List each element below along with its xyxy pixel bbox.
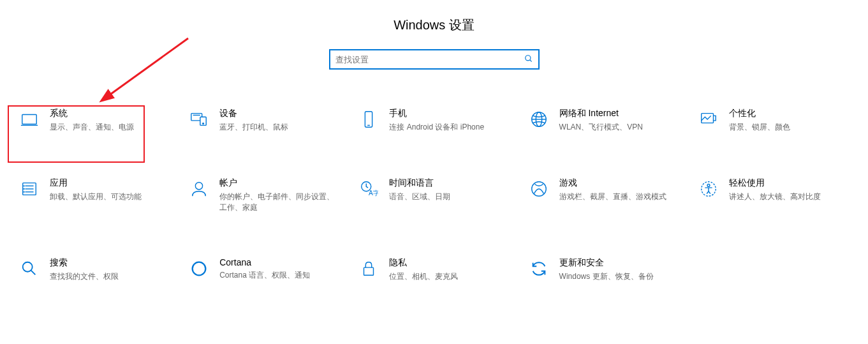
tile-desc: 位置、相机、麦克风 bbox=[389, 271, 458, 282]
tile-desc: 游戏栏、截屏、直播、游戏模式 bbox=[559, 191, 666, 202]
svg-point-27 bbox=[23, 262, 33, 272]
tile-phone[interactable]: 手机 连接 Android 设备和 iPhone bbox=[352, 101, 515, 139]
tile-title: 轻松使用 bbox=[729, 177, 821, 189]
tile-desc: 连接 Android 设备和 iPhone bbox=[389, 122, 484, 133]
tile-title: 应用 bbox=[50, 177, 142, 189]
svg-point-6 bbox=[203, 123, 204, 124]
svg-point-19 bbox=[24, 188, 24, 189]
svg-rect-8 bbox=[365, 112, 372, 127]
svg-line-1 bbox=[529, 59, 531, 61]
accessibility-icon bbox=[697, 177, 720, 200]
svg-line-28 bbox=[31, 271, 36, 275]
apps-icon bbox=[18, 177, 41, 200]
tile-title: 系统 bbox=[50, 108, 134, 119]
tile-desc: 背景、锁屏、颜色 bbox=[729, 122, 790, 133]
tile-title: 时间和语言 bbox=[389, 177, 450, 189]
search-box[interactable] bbox=[329, 49, 540, 70]
tile-title: 手机 bbox=[389, 108, 484, 119]
phone-icon bbox=[357, 108, 380, 131]
devices-icon bbox=[188, 108, 210, 131]
settings-grid: 系统 显示、声音、通知、电源 设备 蓝牙、打印机、鼠标 手机 连接 Androi… bbox=[0, 101, 868, 288]
tile-devices[interactable]: 设备 蓝牙、打印机、鼠标 bbox=[182, 101, 346, 139]
tile-desc: 语音、区域、日期 bbox=[389, 191, 450, 202]
tile-accounts[interactable]: 帐户 你的帐户、电子邮件、同步设置、工作、家庭 bbox=[182, 171, 346, 220]
tile-search[interactable]: 搜索 查找我的文件、权限 bbox=[13, 251, 176, 288]
system-icon bbox=[18, 108, 41, 131]
tile-title: 游戏 bbox=[559, 177, 666, 189]
tile-desc: WLAN、飞行模式、VPN bbox=[559, 122, 643, 133]
svg-point-18 bbox=[24, 186, 24, 186]
svg-point-20 bbox=[24, 191, 24, 192]
svg-text:A字: A字 bbox=[369, 190, 378, 197]
search-container bbox=[0, 49, 868, 70]
svg-point-21 bbox=[196, 182, 203, 189]
tile-privacy[interactable]: 隐私 位置、相机、麦克风 bbox=[352, 251, 515, 288]
tile-desc: Windows 更新、恢复、备份 bbox=[559, 271, 654, 282]
lock-icon bbox=[357, 257, 380, 280]
tile-title: 隐私 bbox=[389, 257, 458, 269]
tile-time-language[interactable]: A字 时间和语言 语音、区域、日期 bbox=[352, 171, 515, 220]
cortana-icon bbox=[188, 257, 210, 280]
search-icon bbox=[524, 54, 533, 65]
tile-ease-of-access[interactable]: 轻松使用 讲述人、放大镜、高对比度 bbox=[692, 171, 855, 220]
person-icon bbox=[188, 177, 210, 200]
svg-point-29 bbox=[193, 262, 206, 276]
tile-desc: 讲述人、放大镜、高对比度 bbox=[729, 191, 821, 202]
tile-title: 个性化 bbox=[729, 108, 790, 119]
tile-gaming[interactable]: 游戏 游戏栏、截屏、直播、游戏模式 bbox=[522, 171, 686, 220]
svg-rect-2 bbox=[22, 115, 37, 124]
paint-icon bbox=[697, 108, 720, 131]
magnify-icon bbox=[18, 257, 41, 280]
tile-title: 网络和 Internet bbox=[559, 108, 643, 119]
tile-desc: 你的帐户、电子邮件、同步设置、工作、家庭 bbox=[219, 191, 341, 213]
search-input[interactable] bbox=[335, 55, 524, 64]
tile-desc: 查找我的文件、权限 bbox=[50, 271, 119, 282]
svg-point-0 bbox=[525, 55, 530, 60]
sync-icon bbox=[527, 257, 550, 280]
svg-rect-30 bbox=[364, 268, 374, 276]
tile-cortana[interactable]: Cortana Cortana 语言、权限、通知 bbox=[182, 251, 346, 288]
tile-title: 更新和安全 bbox=[559, 257, 654, 269]
tile-title: 设备 bbox=[219, 108, 288, 119]
tile-desc: 卸载、默认应用、可选功能 bbox=[50, 191, 142, 202]
time-language-icon: A字 bbox=[357, 177, 380, 200]
tile-apps[interactable]: 应用 卸载、默认应用、可选功能 bbox=[13, 171, 176, 220]
tile-desc: Cortana 语言、权限、通知 bbox=[219, 270, 310, 281]
tile-desc: 显示、声音、通知、电源 bbox=[50, 122, 134, 133]
tile-desc: 蓝牙、打印机、鼠标 bbox=[219, 122, 288, 133]
globe-icon bbox=[527, 108, 550, 131]
tile-personalization[interactable]: 个性化 背景、锁屏、颜色 bbox=[692, 101, 855, 139]
tile-title: 帐户 bbox=[219, 177, 341, 189]
tile-system[interactable]: 系统 显示、声音、通知、电源 bbox=[13, 101, 176, 139]
tile-network[interactable]: 网络和 Internet WLAN、飞行模式、VPN bbox=[522, 101, 686, 139]
page-title: Windows 设置 bbox=[0, 0, 868, 49]
xbox-icon bbox=[527, 177, 550, 200]
svg-point-26 bbox=[707, 184, 710, 186]
tile-title: 搜索 bbox=[50, 257, 119, 269]
tile-title: Cortana bbox=[219, 257, 310, 267]
tile-update[interactable]: 更新和安全 Windows 更新、恢复、备份 bbox=[522, 251, 686, 288]
